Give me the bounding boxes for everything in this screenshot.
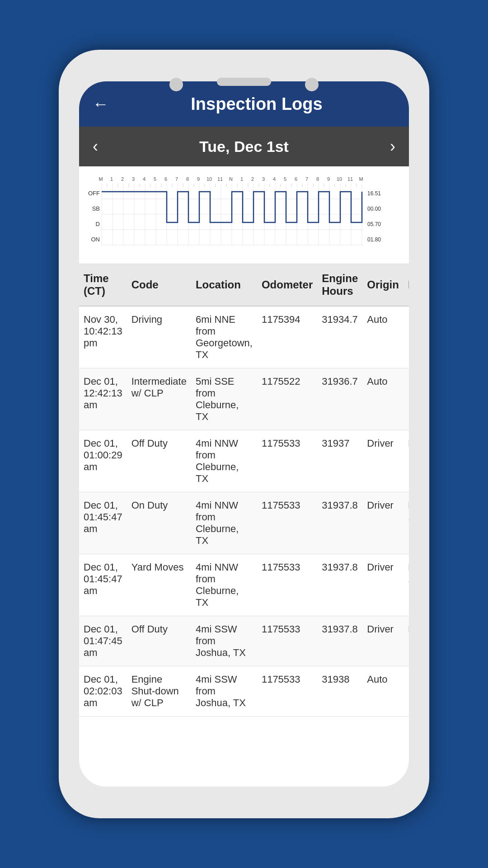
cell-notes [404,306,409,368]
svg-text:9: 9 [327,176,330,182]
svg-text:11: 11 [217,176,223,182]
cell-location: 5mi SSE from Cleburne, TX [191,368,257,430]
svg-text:7: 7 [175,176,178,182]
back-button[interactable]: ← [93,94,109,113]
svg-text:M: M [99,176,103,182]
cell-notes: Receiver 1st stop [404,492,409,554]
phone-speaker [217,78,271,86]
svg-text:10: 10 [337,176,342,182]
svg-text:D: D [96,221,100,227]
cell-location: 4mi SSW from Joshua, TX [191,666,257,717]
col-header-code: Code [127,264,191,306]
table-row: Dec 01, 02:02:03 am Engine Shut-down w/ … [79,666,409,717]
cell-time: Dec 01, 01:45:47 am [79,492,127,554]
svg-text:3: 3 [132,176,135,182]
cell-notes [404,368,409,430]
cell-odometer: 1175533 [257,616,317,666]
col-header-time: Time (CT) [79,264,127,306]
col-header-location: Location [191,264,257,306]
cell-engine-hours: 31938 [317,666,362,717]
date-nav: ‹ Tue, Dec 1st › [79,127,409,166]
phone-camera-right [305,78,319,91]
svg-text:9: 9 [197,176,200,182]
svg-text:00.00: 00.00 [367,206,381,212]
cell-origin: Driver [362,430,404,492]
svg-text:1: 1 [240,176,243,182]
svg-text:2: 2 [121,176,124,182]
cell-origin: Driver [362,616,404,666]
cell-notes: Reciver [404,430,409,492]
cell-code: On Duty [127,492,191,554]
svg-text:3: 3 [262,176,265,182]
cell-engine-hours: 31934.7 [317,306,362,368]
svg-text:N: N [229,176,233,182]
col-header-origin: Origin [362,264,404,306]
cell-location: 6mi NNE from Georgetown, TX [191,306,257,368]
svg-text:OFF: OFF [88,190,100,197]
svg-text:4: 4 [273,176,276,182]
svg-text:SB: SB [92,205,100,212]
cell-odometer: 1175533 [257,492,317,554]
cell-origin: Driver [362,554,404,616]
eld-chart: M 1 2 3 4 5 6 7 8 9 10 11 N 1 2 3 4 [79,166,409,264]
cell-code: Yard Moves [127,554,191,616]
cell-notes: Receiver [404,616,409,666]
log-table: Time (CT) Code Location Odometer Engine … [79,264,409,717]
svg-text:11: 11 [347,176,353,182]
cell-code: Driving [127,306,191,368]
table-row: Nov 30, 10:42:13 pm Driving 6mi NNE from… [79,306,409,368]
table-row: Dec 01, 01:45:47 am Yard Moves 4mi NNW f… [79,554,409,616]
svg-text:6: 6 [295,176,297,182]
svg-text:05.70: 05.70 [367,221,381,227]
cell-code: Off Duty [127,616,191,666]
cell-time: Nov 30, 10:42:13 pm [79,306,127,368]
svg-text:16.51: 16.51 [367,190,381,197]
svg-text:1: 1 [110,176,113,182]
cell-origin: Auto [362,368,404,430]
svg-text:8: 8 [316,176,319,182]
current-date: Tue, Dec 1st [199,138,289,156]
cell-location: 4mi SSW from Joshua, TX [191,616,257,666]
cell-odometer: 1175533 [257,430,317,492]
cell-location: 4mi NNW from Cleburne, TX [191,492,257,554]
cell-notes [404,666,409,717]
cell-odometer: 1175522 [257,368,317,430]
cell-time: Dec 01, 02:02:03 am [79,666,127,717]
cell-origin: Auto [362,306,404,368]
table-row: Dec 01, 01:45:47 am On Duty 4mi NNW from… [79,492,409,554]
cell-engine-hours: 31936.7 [317,368,362,430]
phone-outer: ← Inspection Logs ‹ Tue, Dec 1st › M 1 2… [59,50,429,818]
cell-code: Off Duty [127,430,191,492]
svg-text:ON: ON [91,236,100,243]
cell-odometer: 1175533 [257,666,317,717]
svg-text:2: 2 [251,176,254,182]
eld-chart-svg: M 1 2 3 4 5 6 7 8 9 10 11 N 1 2 3 4 [88,175,400,254]
app-header: ← Inspection Logs [79,81,409,127]
svg-text:01.80: 01.80 [367,236,381,243]
cell-time: Dec 01, 12:42:13 am [79,368,127,430]
svg-text:5: 5 [284,176,286,182]
table-row: Dec 01, 01:47:45 am Off Duty 4mi SSW fro… [79,616,409,666]
cell-odometer: 1175394 [257,306,317,368]
cell-engine-hours: 31937.8 [317,554,362,616]
cell-odometer: 1175533 [257,554,317,616]
prev-date-button[interactable]: ‹ [93,137,98,156]
cell-time: Dec 01, 01:47:45 am [79,616,127,666]
phone-screen: ← Inspection Logs ‹ Tue, Dec 1st › M 1 2… [79,81,409,787]
cell-time: Dec 01, 01:45:47 am [79,554,127,616]
cell-engine-hours: 31937.8 [317,616,362,666]
cell-location: 4mi NNW from Cleburne, TX [191,554,257,616]
cell-location: 4mi NNW from Cleburne, TX [191,430,257,492]
col-header-engine: Engine Hours [317,264,362,306]
cell-code: Intermediate w/ CLP [127,368,191,430]
col-header-notes: Notes [404,264,409,306]
cell-notes: Receiver 1st stop [404,554,409,616]
table-row: Dec 01, 12:42:13 am Intermediate w/ CLP … [79,368,409,430]
svg-text:10: 10 [206,176,212,182]
col-header-odometer: Odometer [257,264,317,306]
svg-text:4: 4 [143,176,145,182]
svg-text:M: M [359,176,363,182]
table-header-row: Time (CT) Code Location Odometer Engine … [79,264,409,306]
cell-origin: Auto [362,666,404,717]
next-date-button[interactable]: › [390,137,395,156]
